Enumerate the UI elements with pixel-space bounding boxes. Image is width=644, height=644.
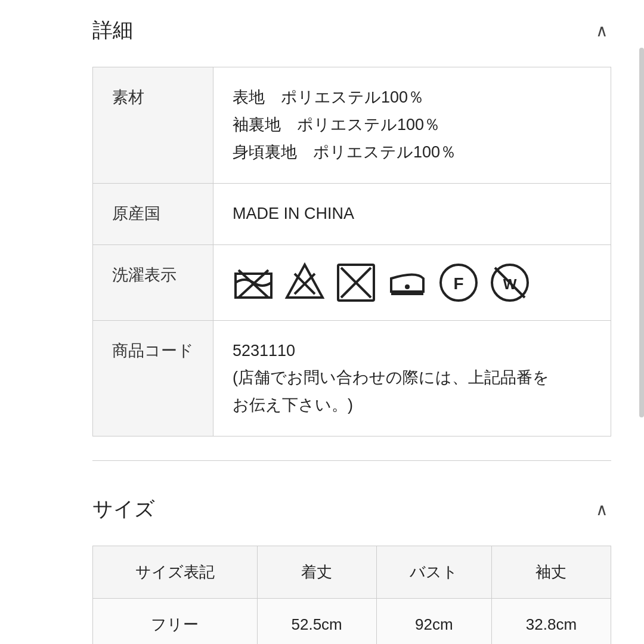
svg-point-9: [405, 284, 410, 289]
svg-text:F: F: [453, 274, 463, 293]
label-product-code: 商品コード: [93, 320, 213, 436]
table-row: 商品コード 5231110 (店舗でお問い合わせの際には、上記品番を お伝え下さ…: [93, 320, 611, 436]
size-value-1: 52.5cm: [257, 599, 376, 644]
page-container: 詳細 ∧ 素材 表地 ポリエステル100％ 袖裏地 ポリエステル100％ 身頃裏…: [0, 0, 644, 644]
size-table-row: フリー 52.5cm 92cm 32.8cm: [93, 599, 611, 644]
size-value-0: フリー: [93, 599, 258, 644]
table-row: 原産国 MADE IN CHINA: [93, 183, 611, 244]
table-row: 素材 表地 ポリエステル100％ 袖裏地 ポリエステル100％ 身頃裏地 ポリエ…: [93, 67, 611, 184]
value-product-code: 5231110 (店舗でお問い合わせの際には、上記品番を お伝え下さい。): [213, 320, 611, 436]
scrollbar[interactable]: [639, 48, 644, 417]
details-section-header[interactable]: 詳細 ∧: [0, 0, 644, 61]
size-table-header-row: サイズ表記 着丈 バスト 袖丈: [93, 546, 611, 599]
bleach-prohibited-symbol: [284, 262, 326, 304]
value-material: 表地 ポリエステル100％ 袖裏地 ポリエステル100％ 身頃裏地 ポリエステル…: [213, 67, 611, 184]
section-divider: [92, 460, 611, 461]
size-col-header-0: サイズ表記: [93, 546, 258, 599]
details-title: 詳細: [92, 17, 133, 44]
size-col-header-1: 着丈: [257, 546, 376, 599]
size-chevron-icon[interactable]: ∧: [596, 500, 608, 519]
svg-line-15: [495, 268, 525, 298]
details-table: 素材 表地 ポリエステル100％ 袖裏地 ポリエステル100％ 身頃裏地 ポリエ…: [92, 67, 611, 436]
size-col-header-3: 袖丈: [491, 546, 611, 599]
size-section-header[interactable]: サイズ ∧: [0, 479, 644, 540]
size-table: サイズ表記 着丈 バスト 袖丈 フリー 52.5cm 92cm 32.8cm: [92, 546, 611, 644]
dryclean-prohibited-symbol: [335, 262, 377, 304]
value-laundry: F W: [213, 244, 611, 320]
value-origin: MADE IN CHINA: [213, 183, 611, 244]
size-title: サイズ: [92, 496, 155, 523]
size-value-2: 92cm: [376, 599, 491, 644]
f-circle-symbol: F: [438, 262, 479, 304]
size-col-header-2: バスト: [376, 546, 491, 599]
laundry-symbols: F W: [233, 262, 592, 304]
size-value-3: 32.8cm: [491, 599, 611, 644]
table-row: 洗濯表示: [93, 244, 611, 320]
wash-prohibited-symbol: [233, 262, 274, 304]
iron-symbol: [386, 262, 428, 304]
label-origin: 原産国: [93, 183, 213, 244]
wet-clean-prohibited-symbol: W: [489, 262, 531, 304]
label-material: 素材: [93, 67, 213, 184]
svg-marker-3: [287, 265, 323, 298]
label-laundry: 洗濯表示: [93, 244, 213, 320]
details-chevron-icon[interactable]: ∧: [596, 21, 608, 41]
